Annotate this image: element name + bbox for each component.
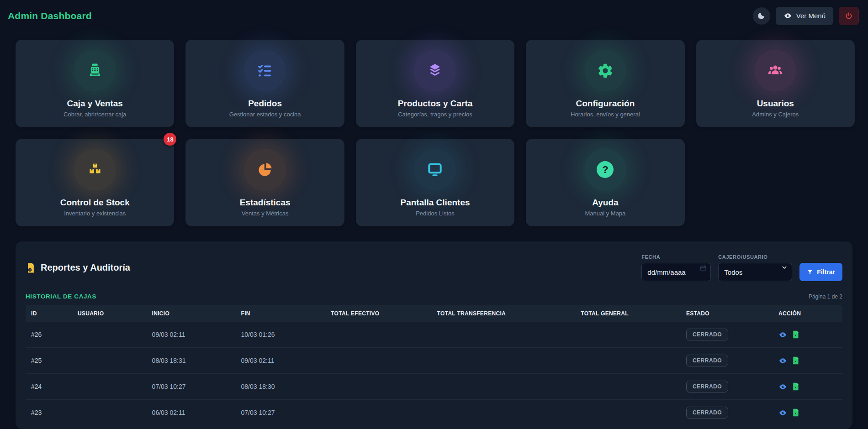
reports-panel-header: $ Reportes y Auditoría FECHA CAJERO/USUA… <box>26 241 842 281</box>
table-header-row: ID USUARIO INICIO FIN TOTAL EFECTIVO TOT… <box>26 305 842 322</box>
eye-icon <box>778 330 787 339</box>
status-badge: CERRADO <box>686 381 728 392</box>
col-inicio: INICIO <box>147 305 236 322</box>
card-title: Pedidos <box>248 99 282 109</box>
cell-fin: 09/03 02:11 <box>236 348 326 374</box>
export-excel-button[interactable]: x <box>792 382 799 391</box>
svg-text:x: x <box>794 386 797 389</box>
card-subtitle: Cobrar, abrir/cerrar caja <box>64 111 126 118</box>
card-caja-y-ventas[interactable]: Caja y Ventas Cobrar, abrir/cerrar caja <box>16 40 174 127</box>
users-icon <box>754 50 796 92</box>
card-title: Productos y Carta <box>398 99 473 109</box>
funnel-icon <box>807 269 813 275</box>
card-subtitle: Categorías, tragos y precios <box>398 111 472 118</box>
cell-inicio: 09/03 02:11 <box>147 322 236 348</box>
col-estado: ESTADO <box>681 305 773 322</box>
stock-alert-badge: 18 <box>164 133 176 146</box>
pagination-label: Página 1 de 2 <box>809 293 842 300</box>
card-ayuda[interactable]: ? Ayuda Manual y Mapa <box>526 139 684 226</box>
svg-text:$: $ <box>29 268 31 272</box>
export-excel-button[interactable]: x <box>792 408 799 417</box>
power-icon <box>845 12 853 20</box>
cajero-select[interactable]: Todos <box>718 263 792 281</box>
table-row: #24 07/03 10:27 08/03 18:30 CERRADO x <box>26 374 842 400</box>
cell-fin: 10/03 01:26 <box>236 322 326 348</box>
col-fin: FIN <box>236 305 326 322</box>
view-detail-button[interactable] <box>778 408 787 417</box>
theme-toggle-button[interactable] <box>753 7 770 25</box>
card-pedidos[interactable]: Pedidos Gestionar estados y cocina <box>185 40 344 127</box>
eye-icon <box>778 356 787 365</box>
card-subtitle: Pedidos Listos <box>416 210 455 217</box>
logout-power-button[interactable] <box>839 7 859 25</box>
card-pantalla-clientes[interactable]: Pantalla Clientes Pedidos Listos <box>356 139 514 226</box>
status-badge: CERRADO <box>686 407 728 419</box>
reports-panel: $ Reportes y Auditoría FECHA CAJERO/USUA… <box>16 241 852 429</box>
card-title: Usuarios <box>757 99 794 109</box>
card-usuarios[interactable]: Usuarios Admins y Cajeros <box>696 40 855 127</box>
fecha-field: FECHA <box>641 254 711 281</box>
layers-icon <box>414 50 456 92</box>
table-row: #25 08/03 18:31 09/03 02:11 CERRADO x <box>26 348 842 374</box>
cell-id: #26 <box>26 322 72 348</box>
cell-general <box>575 374 681 400</box>
cell-id: #24 <box>26 374 72 400</box>
view-detail-button[interactable] <box>778 330 787 339</box>
ver-menu-button[interactable]: Ver Menú <box>776 7 833 25</box>
cell-transferencia <box>432 348 576 374</box>
status-badge: CERRADO <box>686 355 728 366</box>
card-subtitle: Inventario y existencias <box>64 210 126 217</box>
status-badge: CERRADO <box>686 329 728 340</box>
gear-icon <box>584 50 626 92</box>
svg-text:x: x <box>794 360 797 363</box>
filtrar-button[interactable]: Filtrar <box>799 263 842 281</box>
card-control-de-stock[interactable]: 18 Control de Stock Inventario y existen… <box>16 139 174 226</box>
reports-title-group: $ Reportes y Auditoría <box>26 262 130 273</box>
filtrar-label: Filtrar <box>817 268 835 276</box>
card-title: Configuración <box>576 99 635 109</box>
cell-efectivo <box>325 322 431 348</box>
card-title: Pantalla Clientes <box>400 198 470 208</box>
dashboard-card-grid: Caja y Ventas Cobrar, abrir/cerrar caja … <box>16 40 855 226</box>
history-header-row: HISTORIAL DE CAJAS Página 1 de 2 <box>26 293 842 300</box>
cajero-field: CAJERO/USUARIO Todos <box>718 254 792 281</box>
card-subtitle: Ventas y Métricas <box>242 210 289 217</box>
cell-efectivo <box>325 348 431 374</box>
cell-usuario <box>72 348 147 374</box>
card-subtitle: Horarios, envíos y general <box>571 111 640 118</box>
cell-general <box>575 322 681 348</box>
card-productos-y-carta[interactable]: Productos y Carta Categorías, tragos y p… <box>356 40 514 127</box>
file-invoice-dollar-icon: $ <box>26 262 36 273</box>
cell-inicio: 06/03 02:11 <box>147 400 236 426</box>
cell-fin: 08/03 18:30 <box>236 374 326 400</box>
export-excel-button[interactable]: x <box>792 330 799 339</box>
circle-question-icon: ? <box>584 149 626 191</box>
view-detail-button[interactable] <box>778 382 787 391</box>
cash-history-table: ID USUARIO INICIO FIN TOTAL EFECTIVO TOT… <box>26 305 842 425</box>
col-total-efectivo: TOTAL EFECTIVO <box>325 305 431 322</box>
card-subtitle: Manual y Mapa <box>585 210 625 217</box>
ver-menu-label: Ver Menú <box>796 12 826 20</box>
fecha-input[interactable] <box>641 263 711 281</box>
file-excel-icon: x <box>792 408 799 417</box>
cell-efectivo <box>325 374 431 400</box>
cell-id: #23 <box>26 400 72 426</box>
col-total-transferencia: TOTAL TRANSFERENCIA <box>432 305 576 322</box>
card-estadisticas[interactable]: Estadísticas Ventas y Métricas <box>185 139 344 226</box>
cell-inicio: 08/03 18:31 <box>147 348 236 374</box>
cell-general <box>575 348 681 374</box>
card-title: Control de Stock <box>60 198 130 208</box>
card-title: Caja y Ventas <box>67 99 123 109</box>
cell-usuario <box>72 400 147 426</box>
card-configuracion[interactable]: Configuración Horarios, envíos y general <box>526 40 684 127</box>
boxes-icon <box>74 149 116 191</box>
export-excel-button[interactable]: x <box>792 356 799 365</box>
cash-register-icon <box>74 50 116 92</box>
view-detail-button[interactable] <box>778 356 787 365</box>
report-filters: FECHA CAJERO/USUARIO Todos <box>641 254 842 281</box>
list-check-icon <box>244 50 286 92</box>
cell-usuario <box>72 374 147 400</box>
cell-usuario <box>72 322 147 348</box>
table-row: #23 06/03 02:11 07/03 10:27 CERRADO x <box>26 400 842 426</box>
cell-efectivo <box>325 400 431 426</box>
